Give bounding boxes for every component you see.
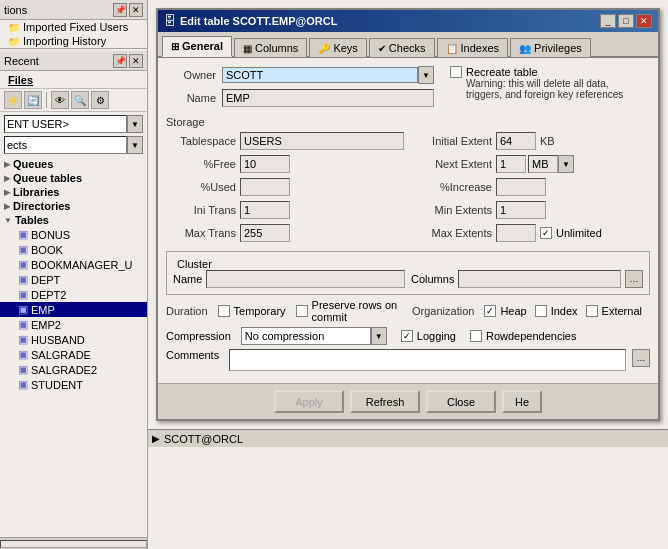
max-trans-input[interactable]: 255 [240, 224, 290, 242]
min-extents-input[interactable]: 1 [496, 201, 546, 219]
scroll-track[interactable] [0, 540, 147, 548]
compression-dropdown-btn[interactable]: ▼ [371, 327, 387, 345]
bottom-scrollbar[interactable] [0, 537, 147, 549]
files-section: Files [0, 71, 147, 89]
status-arrow[interactable]: ▶ [152, 433, 160, 444]
temporary-checkbox[interactable] [218, 305, 230, 317]
table-item-student[interactable]: ▣ STUDENT [0, 377, 147, 392]
left-panel-title: tions [4, 4, 27, 16]
name-input[interactable]: EMP [222, 89, 434, 107]
unlimited-checkbox[interactable] [540, 227, 552, 239]
user-dropdown-arrow[interactable]: ▼ [127, 115, 143, 133]
sidebar-item-imported-fixed[interactable]: 📁 Imported Fixed Users [0, 20, 147, 34]
table-icon-salgrade2: ▣ [18, 363, 28, 376]
owner-input[interactable]: SCOTT [222, 67, 418, 83]
preserve-rows-label: Preserve rows on commit [312, 299, 404, 323]
cluster-name-label: Name [173, 273, 202, 285]
keys-tab-icon: 🔑 [318, 43, 330, 54]
sidebar-item-libraries[interactable]: ▶ Libraries [0, 185, 147, 199]
general-tab-icon: ⊞ [171, 41, 179, 52]
pct-used-input[interactable] [240, 178, 290, 196]
recent-pin-btn[interactable]: 📌 [113, 54, 127, 68]
table-label-dept: DEPT [31, 274, 60, 286]
dialog-minimize-btn[interactable]: _ [600, 14, 616, 28]
next-extent-unit-btn[interactable]: ▼ [558, 155, 574, 173]
table-item-salgrade2[interactable]: ▣ SALGRADE2 [0, 362, 147, 377]
table-label-bonus: BONUS [31, 229, 70, 241]
table-item-husband[interactable]: ▣ HUSBAND [0, 332, 147, 347]
cluster-name-input[interactable] [206, 270, 405, 288]
rowdependencies-checkbox[interactable] [470, 330, 482, 342]
toolbar-btn-2[interactable]: 🔄 [24, 91, 42, 109]
cluster-row: Name Columns … [173, 270, 643, 288]
rowdependencies-label: Rowdependencies [486, 330, 577, 342]
toolbar-btn-1[interactable]: ⚡ [4, 91, 22, 109]
owner-dropdown-btn[interactable]: ▼ [418, 66, 434, 84]
tablespace-input[interactable]: USERS [240, 132, 404, 150]
sidebar-item-directories[interactable]: ▶ Directories [0, 199, 147, 213]
comments-row: Comments … [166, 349, 650, 371]
comments-input[interactable] [229, 349, 626, 371]
toolbar-btn-5[interactable]: ⚙ [91, 91, 109, 109]
tab-indexes[interactable]: 📋 Indexes [437, 38, 509, 57]
logging-checkbox[interactable] [401, 330, 413, 342]
comments-label: Comments [166, 349, 219, 361]
status-bar: ▶ SCOTT@ORCL [148, 429, 668, 447]
close-button[interactable]: Close [426, 390, 496, 413]
tab-general[interactable]: ⊞ General [162, 36, 232, 57]
pct-free-input[interactable]: 10 [240, 155, 290, 173]
index-checkbox[interactable] [535, 305, 547, 317]
compression-label: Compression [166, 330, 231, 342]
owner-name-section: Owner SCOTT ▼ Name EMP [166, 66, 434, 112]
preserve-rows-checkbox[interactable] [296, 305, 308, 317]
table-item-bookmanager[interactable]: ▣ BOOKMANAGER_U [0, 257, 147, 272]
next-extent-value: 1 [500, 158, 506, 170]
apply-button[interactable]: Apply [274, 390, 344, 413]
logging-row: Logging [401, 330, 456, 342]
sidebar-item-tables[interactable]: ▼ Tables [0, 213, 147, 227]
help-button[interactable]: He [502, 390, 542, 413]
cluster-columns-input[interactable] [458, 270, 621, 288]
dialog-close-btn[interactable]: ✕ [636, 14, 652, 28]
recent-close-btn[interactable]: ✕ [129, 54, 143, 68]
sidebar-item-queues[interactable]: ▶ Queues [0, 157, 147, 171]
recreate-checkbox[interactable] [450, 66, 462, 78]
user-dropdown[interactable]: ENT USER> [4, 115, 127, 133]
external-checkbox[interactable] [586, 305, 598, 317]
heap-checkbox[interactable] [484, 305, 496, 317]
table-item-emp[interactable]: ▣ EMP [0, 302, 147, 317]
panel-pin-btn[interactable]: 📌 [113, 3, 127, 17]
ini-trans-input[interactable]: 1 [240, 201, 290, 219]
toolbar-btn-4[interactable]: 🔍 [71, 91, 89, 109]
table-item-dept[interactable]: ▣ DEPT [0, 272, 147, 287]
sidebar-item-importing-history[interactable]: 📁 Importing History [0, 34, 147, 48]
files-tab[interactable]: Files [4, 74, 37, 86]
cluster-columns-browse-btn[interactable]: … [625, 270, 643, 288]
toolbar-btn-3[interactable]: 👁 [51, 91, 69, 109]
pct-increase-input[interactable] [496, 178, 546, 196]
max-extents-input[interactable] [496, 224, 536, 242]
owner-value: SCOTT [226, 69, 263, 81]
comments-browse-btn[interactable]: … [632, 349, 650, 367]
objects-dropdown[interactable]: ects [4, 136, 127, 154]
tab-privileges[interactable]: 👥 Privileges [510, 38, 591, 57]
compression-row: Compression No compression ▼ Logging Row… [166, 327, 650, 345]
compression-display[interactable]: No compression [241, 327, 371, 345]
objects-dropdown-arrow[interactable]: ▼ [127, 136, 143, 154]
table-item-salgrade[interactable]: ▣ SALGRADE [0, 347, 147, 362]
table-item-dept2[interactable]: ▣ DEPT2 [0, 287, 147, 302]
table-item-emp2[interactable]: ▣ EMP2 [0, 317, 147, 332]
table-item-book[interactable]: ▣ BOOK [0, 242, 147, 257]
initial-extent-input[interactable]: 64 [496, 132, 536, 150]
compression-combo: No compression ▼ [241, 327, 387, 345]
table-icon-dept2: ▣ [18, 288, 28, 301]
next-extent-input[interactable]: 1 [496, 155, 526, 173]
refresh-button[interactable]: Refresh [350, 390, 420, 413]
sidebar-item-queue-tables[interactable]: ▶ Queue tables [0, 171, 147, 185]
table-item-bonus[interactable]: ▣ BONUS [0, 227, 147, 242]
dialog-maximize-btn[interactable]: □ [618, 14, 634, 28]
tab-columns[interactable]: ▦ Columns [234, 38, 307, 57]
tab-keys[interactable]: 🔑 Keys [309, 38, 366, 57]
tab-checks[interactable]: ✔ Checks [369, 38, 435, 57]
panel-close-btn[interactable]: ✕ [129, 3, 143, 17]
